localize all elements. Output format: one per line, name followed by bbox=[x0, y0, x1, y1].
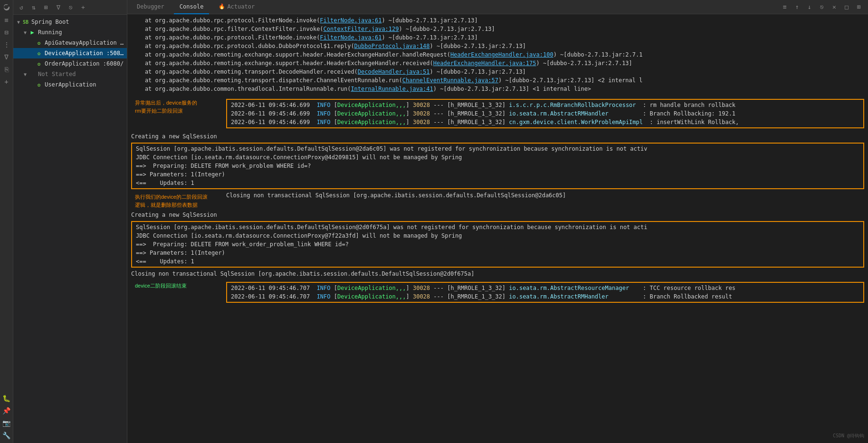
log-line: at org.apache.dubbo.remoting.transport.d… bbox=[127, 76, 868, 85]
console-wrap-icon[interactable]: □ bbox=[841, 2, 852, 12]
tree-item-not-started[interactable]: ▼ Not Started bbox=[13, 69, 127, 79]
tab-debugger[interactable]: Debugger bbox=[131, 0, 170, 14]
tree-item-device-app[interactable]: ✿ DeviceApplication :5080/ bbox=[13, 48, 127, 58]
order-app-label: OrderApplication :6080/ bbox=[45, 60, 125, 67]
arrow-spring-boot: ▼ bbox=[15, 19, 22, 25]
bookmark2-icon[interactable]: 📌 bbox=[1, 405, 12, 416]
console-scroll-down-icon[interactable]: ↓ bbox=[804, 2, 815, 12]
log-line: Creating a new SqlSession bbox=[127, 132, 868, 141]
sidebar-icons-panel: ≡ ⊟ ⋮ ∇ ⎘ + 🐛 📌 📷 🔧 bbox=[0, 0, 13, 443]
console-output[interactable]: at org.apache.dubbo.rpc.protocol.FilterN… bbox=[127, 14, 868, 443]
run-icon: ▶ bbox=[29, 29, 36, 36]
align-center-icon[interactable]: ⊟ bbox=[1, 27, 12, 38]
log-line: Creating a new SqlSession bbox=[127, 211, 868, 219]
toolbar-rerun-btn[interactable]: ↺ bbox=[16, 2, 27, 12]
console-tab-label: Console bbox=[180, 3, 204, 10]
tab-console[interactable]: Console bbox=[174, 0, 210, 14]
user-app-label: UserApplication bbox=[45, 81, 125, 88]
sql-log-line: ==> Parameters: 1(Integer) bbox=[132, 249, 863, 257]
log-line-info5: 2022-06-11 09:45:46.707 INFO [DeviceAppl… bbox=[227, 292, 863, 301]
service-tree-panel: ↺ ⇅ ⊞ ∇ ⎋ + ▼ SB Spring Boot ▼ ▶ Running bbox=[13, 0, 127, 443]
toolbar-filter-btn[interactable]: ∇ bbox=[53, 2, 64, 12]
actuator-fire-icon: 🔥 bbox=[219, 3, 225, 10]
device-app-label: DeviceApplication :5080/ bbox=[45, 50, 125, 57]
annotation1-text: 异常抛出后，device服务的rm要开始二阶段回滚 bbox=[131, 98, 219, 116]
sql-log-line: ==> Parameters: 1(Integer) bbox=[132, 170, 863, 179]
log-line: Closing non transactional SqlSession [or… bbox=[222, 191, 868, 200]
toolbar-add-btn[interactable]: + bbox=[78, 2, 88, 12]
log-line: at org.apache.dubbo.rpc.protocol.FilterN… bbox=[127, 16, 868, 25]
camera-icon[interactable]: 📷 bbox=[1, 417, 12, 429]
tree-item-user-app[interactable]: ✿ UserApplication bbox=[13, 79, 127, 90]
rerun-icon[interactable] bbox=[1, 2, 12, 13]
plus-icon[interactable]: + bbox=[1, 76, 12, 87]
tree-view-icon[interactable]: ⋮ bbox=[1, 39, 12, 50]
tab-actuator[interactable]: 🔥 Actuator bbox=[213, 0, 260, 14]
api-gateway-label: ApiGatewayApplication :4 bbox=[45, 39, 125, 46]
spring-icon: SB bbox=[22, 19, 29, 25]
bug-icon[interactable]: 🐛 bbox=[1, 393, 12, 404]
sql-log-line: ==> Preparing: DELETE FROM work_problem … bbox=[132, 162, 863, 170]
sql-log-line: ==> Preparing: DELETE FROM work_order_pr… bbox=[132, 240, 863, 249]
order-app-icon: ✿ bbox=[35, 61, 43, 67]
sql-log-line: JDBC Connection [io.seata.rm.datasource.… bbox=[132, 153, 863, 162]
sql-log-line: <== Updates: 1 bbox=[132, 257, 863, 266]
sql-log-line: JDBC Connection [io.seata.rm.datasource.… bbox=[132, 231, 863, 240]
arrow-not-started: ▼ bbox=[22, 72, 29, 77]
toolbar-stop-btn[interactable]: ⎋ bbox=[66, 2, 76, 12]
annotation2-text: 执行我们的device的二阶段回滚逻辑，就是删除那些表数据 bbox=[131, 192, 219, 210]
align-left-icon[interactable]: ≡ bbox=[1, 14, 12, 26]
console-clear-icon[interactable]: ✕ bbox=[829, 2, 839, 12]
log-line-info1: 2022-06-11 09:45:46.699 INFO [DeviceAppl… bbox=[227, 101, 863, 109]
device-app-icon: ✿ bbox=[35, 50, 43, 57]
log-line-info4: 2022-06-11 09:45:46.707 INFO [DeviceAppl… bbox=[227, 284, 863, 292]
annotation3-text: device二阶段回滚结束 bbox=[131, 281, 219, 291]
bookmark-icon[interactable]: ⎘ bbox=[1, 64, 12, 75]
tree-item-api-gateway[interactable]: ✿ ApiGatewayApplication :4 bbox=[13, 38, 127, 48]
sql-log-line: <== Updates: 1 bbox=[132, 179, 863, 187]
sql-log-line: SqlSession [org.apache.ibatis.session.de… bbox=[132, 144, 863, 153]
console-scroll-up-icon[interactable]: ↑ bbox=[792, 2, 802, 12]
wrench-icon[interactable]: 🔧 bbox=[1, 430, 12, 441]
watermark: CSDN @待钩钩 bbox=[833, 433, 864, 439]
tree-toolbar: ↺ ⇅ ⊞ ∇ ⎋ + bbox=[13, 0, 127, 15]
log-line-info2: 2022-06-11 09:45:46.699 INFO [DeviceAppl… bbox=[227, 109, 863, 118]
main-content: Debugger Console 🔥 Actuator ≡ ↑ ↓ ⎋ ✕ □ … bbox=[127, 0, 868, 443]
filter-icon[interactable]: ∇ bbox=[1, 51, 12, 63]
tree-item-spring-boot[interactable]: ▼ SB Spring Boot bbox=[13, 17, 127, 27]
tree-content: ▼ SB Spring Boot ▼ ▶ Running ✿ ApiGatewa… bbox=[13, 15, 127, 443]
log-line-info3: 2022-06-11 09:45:46.699 INFO [DeviceAppl… bbox=[227, 118, 863, 126]
orange-section-2: 2022-06-11 09:45:46.707 INFO [DeviceAppl… bbox=[226, 282, 864, 303]
tree-item-order-app[interactable]: ✿ OrderApplication :6080/ bbox=[13, 58, 127, 69]
arrow-running: ▼ bbox=[22, 30, 29, 35]
sql-section-2: SqlSession [org.apache.ibatis.session.de… bbox=[131, 221, 864, 268]
log-line: at org.apache.dubbo.remoting.transport.D… bbox=[127, 67, 868, 76]
running-label: Running bbox=[38, 29, 125, 36]
tab-bar: Debugger Console 🔥 Actuator ≡ ↑ ↓ ⎋ ✕ □ … bbox=[127, 0, 868, 14]
debugger-tab-label: Debugger bbox=[137, 3, 164, 10]
orange-section-1: 2022-06-11 09:45:46.699 INFO [DeviceAppl… bbox=[226, 99, 864, 128]
actuator-tab-label: Actuator bbox=[227, 3, 255, 10]
toolbar-sort-btn[interactable]: ⇅ bbox=[29, 2, 39, 12]
sql-section-1: SqlSession [org.apache.ibatis.session.de… bbox=[131, 143, 864, 189]
console-pin-icon[interactable]: ⎋ bbox=[817, 2, 827, 12]
tree-item-running[interactable]: ▼ ▶ Running bbox=[13, 27, 127, 38]
log-line: at org.apache.dubbo.common.threadlocal.I… bbox=[127, 85, 868, 93]
api-gateway-icon: ✿ bbox=[35, 40, 43, 46]
console-menu-icon[interactable]: ≡ bbox=[780, 2, 790, 12]
not-started-label: Not Started bbox=[38, 71, 125, 77]
user-app-icon: ✿ bbox=[35, 82, 43, 88]
log-line: at org.apache.dubbo.rpc.filter.ContextFi… bbox=[127, 25, 868, 33]
console-grid-icon[interactable]: ⊞ bbox=[854, 2, 864, 12]
log-line: Closing non transactional SqlSession [or… bbox=[127, 270, 868, 278]
log-line: at org.apache.dubbo.rpc.protocol.FilterN… bbox=[127, 33, 868, 42]
spring-boot-label: Spring Boot bbox=[31, 19, 125, 25]
log-line: at org.apache.dubbo.rpc.protocol.dubbo.D… bbox=[127, 42, 868, 50]
log-line: at org.apache.dubbo.remoting.exchange.su… bbox=[127, 50, 868, 59]
log-line: at org.apache.dubbo.remoting.exchange.su… bbox=[127, 59, 868, 67]
sql-log-line: SqlSession [org.apache.ibatis.session.de… bbox=[132, 223, 863, 231]
toolbar-group-btn[interactable]: ⊞ bbox=[41, 2, 51, 12]
